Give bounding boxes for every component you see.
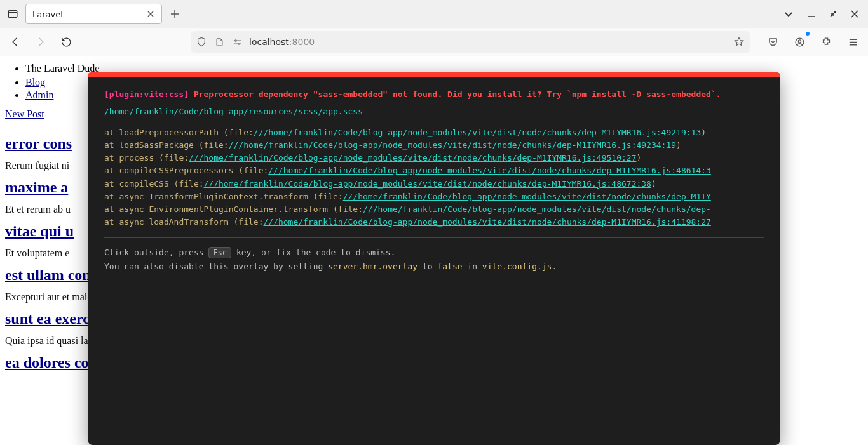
error-file-path[interactable]: /home/franklin/Code/blog-app/resources/s… [104, 107, 764, 116]
reload-button[interactable] [57, 33, 75, 51]
permissions-icon[interactable] [231, 36, 243, 48]
tab-bar: Laravel [0, 0, 868, 28]
account-icon[interactable] [790, 33, 808, 51]
vite-overlay-backdrop[interactable]: [plugin:vite:css] Preprocessor dependenc… [0, 56, 868, 445]
app-menu-button[interactable] [844, 33, 862, 51]
stack-link[interactable]: ///home/franklin/Code/blog-app/node_modu… [254, 128, 701, 137]
stack-line: at loadPreprocessorPath (file:///home/fr… [104, 126, 764, 139]
overlay-tip: Click outside, press Esc key, or fix the… [104, 246, 764, 274]
svg-point-1 [234, 39, 236, 41]
stack-line: at loadSassPackage (file:///home/frankli… [104, 139, 764, 152]
list-tabs-button[interactable] [782, 7, 796, 21]
error-heading: [plugin:vite:css] Preprocessor dependenc… [104, 90, 764, 99]
nav-bar: localhost:8000 [0, 28, 868, 56]
stack-line: at async loadAndTransform (file:///home/… [104, 216, 764, 229]
stack-link[interactable]: ///home/franklin/Code/blog-app/node_modu… [263, 217, 710, 227]
extensions-icon[interactable] [817, 33, 835, 51]
plugin-tag: [plugin:vite:css] [104, 90, 189, 99]
post-title-link[interactable]: maxime a [5, 179, 68, 196]
forward-button[interactable] [32, 33, 50, 51]
stack-link[interactable]: ///home/franklin/Code/blog-app/node_modu… [268, 166, 711, 175]
tab-bar-right [782, 7, 864, 21]
stack-link[interactable]: ///home/franklin/Code/blog-app/node_modu… [204, 179, 651, 189]
overlay-topbar [88, 72, 780, 77]
code-snippet: false [437, 262, 462, 271]
stack-link[interactable]: ///home/franklin/Code/blog-app/node_modu… [363, 204, 711, 214]
new-post-link[interactable]: New Post [5, 109, 44, 120]
nav-link-blog[interactable]: Blog [25, 77, 45, 88]
nav-link-admin[interactable]: Admin [25, 90, 53, 100]
window-close-button[interactable] [849, 8, 860, 20]
recent-pages-button[interactable] [4, 5, 22, 23]
nav-bar-right [764, 33, 862, 51]
pocket-icon[interactable] [764, 33, 782, 51]
url-text: localhost:8000 [249, 37, 315, 47]
browser-chrome: Laravel [0, 0, 868, 56]
post-title-link[interactable]: error cons [5, 135, 72, 152]
divider [104, 237, 764, 238]
browser-tab-active[interactable]: Laravel [25, 4, 162, 24]
page-info-icon[interactable] [214, 36, 225, 48]
stack-link[interactable]: ///home/franklin/Code/blog-app/node_modu… [189, 153, 636, 163]
window-minimize-button[interactable] [806, 8, 817, 20]
shield-icon[interactable] [196, 36, 207, 48]
svg-rect-0 [8, 11, 17, 18]
esc-key: Esc [208, 247, 231, 258]
tab-close-button[interactable] [145, 8, 156, 20]
bookmark-star-icon[interactable] [733, 36, 745, 48]
stack-line: at async EnvironmentPluginContainer.tran… [104, 203, 764, 216]
svg-point-2 [238, 43, 240, 44]
url-bar[interactable]: localhost:8000 [191, 31, 750, 53]
new-tab-button[interactable] [166, 5, 184, 23]
code-snippet: server.hmr.overlay [328, 262, 417, 271]
error-message: Preprocessor dependency "sass-embedded" … [194, 90, 721, 99]
stack-link[interactable]: ///home/franklin/Code/blog-app/node_modu… [343, 192, 711, 201]
window-restore-button[interactable] [827, 8, 839, 20]
tab-title: Laravel [32, 10, 63, 19]
stack-line: at compileCSS (file:///home/franklin/Cod… [104, 178, 764, 190]
code-snippet: vite.config.js [482, 262, 552, 271]
stack-link[interactable]: ///home/franklin/Code/blog-app/node_modu… [229, 140, 676, 150]
vite-error-overlay: [plugin:vite:css] Preprocessor dependenc… [88, 72, 780, 445]
stack-line: at process (file:///home/franklin/Code/b… [104, 152, 764, 164]
back-button[interactable] [6, 33, 24, 51]
svg-point-4 [798, 39, 801, 42]
stack-line: at compileCSSPreprocessors (file:///home… [104, 164, 764, 177]
overlay-body: [plugin:vite:css] Preprocessor dependenc… [88, 77, 780, 284]
post-title-link[interactable]: vitae qui u [5, 223, 74, 239]
stack-line: at async TransformPluginContext.transfor… [104, 190, 764, 203]
stack-trace: at loadPreprocessorPath (file:///home/fr… [104, 126, 764, 229]
